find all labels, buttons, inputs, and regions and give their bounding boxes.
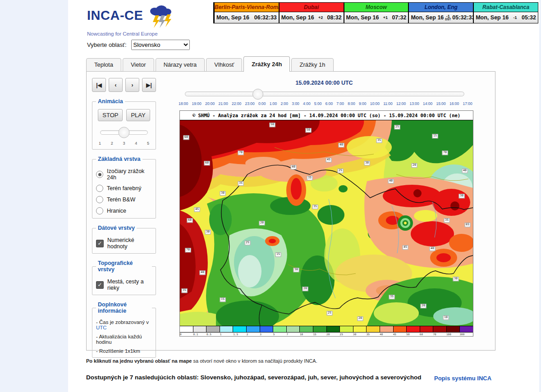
utc-link[interactable]: UTC bbox=[96, 325, 107, 330]
tab-narazy-vetra[interactable]: Nárazy vetra bbox=[156, 58, 205, 72]
time-tick: 4:00 bbox=[303, 101, 311, 106]
time-tick: 14:00 bbox=[423, 101, 432, 106]
page-content: INCA-CE Nowcasting for Central Europe Be… bbox=[68, 0, 539, 392]
speed-scale-label: 2 bbox=[111, 141, 113, 146]
option-label: Terén B&W bbox=[107, 196, 135, 203]
precip-value-label: 70 bbox=[185, 248, 191, 252]
tab-zrazky-24h[interactable]: Zrážky 24h bbox=[243, 56, 290, 72]
clock-utc-offset: -1 DST bbox=[445, 14, 451, 21]
precip-value-label: 20 bbox=[259, 221, 265, 225]
next-frame-button[interactable]: › bbox=[125, 78, 139, 92]
base-layer-option[interactable]: Terén farebný bbox=[96, 185, 152, 192]
time-tick: 15:00 bbox=[436, 101, 446, 106]
colorbar-label: 5 bbox=[273, 333, 287, 336]
colorbar-label: 30 bbox=[353, 333, 367, 336]
product-tabs: Teplota Vietor Nárazy vetra Vlhkosť Zráž… bbox=[86, 56, 335, 72]
colorbar-cell bbox=[220, 326, 234, 332]
extra-info-group: Doplnkové informácie - Čas je zobrazovan… bbox=[92, 301, 156, 358]
animation-legend: Animácia bbox=[96, 98, 125, 105]
animation-speed-slider[interactable] bbox=[100, 130, 148, 135]
time-tick: 7:00 bbox=[336, 101, 344, 106]
play-button[interactable]: PLAY bbox=[126, 109, 150, 121]
radio-icon[interactable] bbox=[96, 207, 103, 214]
colorbar-label: 15 bbox=[313, 333, 326, 336]
precip-value-label: 40 bbox=[462, 169, 468, 173]
radio-icon[interactable] bbox=[96, 196, 103, 203]
topo-layer-option[interactable]: ✓ Mestá, cesty a rieky bbox=[96, 278, 152, 291]
precip-value-label: 35 bbox=[376, 138, 382, 143]
base-layer-legend: Základná vrstva bbox=[96, 156, 142, 162]
clock-column: Berlin-Paris-Vienna-Roma Mon, Sep 16 06:… bbox=[214, 3, 279, 23]
precip-value-label: 60 bbox=[183, 135, 189, 140]
time-tick: 6:00 bbox=[326, 101, 333, 106]
sidebar: |◀ ‹ › ▶| Animácia STOP PLAY 12345 bbox=[92, 78, 156, 358]
precip-value-label: 35 bbox=[182, 288, 188, 293]
checkbox-checked-icon[interactable]: ✓ bbox=[96, 240, 104, 247]
precip-value-label: 10 bbox=[443, 315, 449, 320]
inca-description-link[interactable]: Popis systému INCA bbox=[434, 375, 491, 382]
precip-value-label: 15 bbox=[432, 134, 438, 138]
animation-speed-thumb[interactable] bbox=[119, 127, 130, 138]
map-click-note: Po kliknutí na jednu vybranú oblasť na m… bbox=[86, 358, 317, 364]
time-tick: 21:00 bbox=[219, 101, 228, 106]
colorbar-cell bbox=[407, 326, 420, 332]
first-frame-button[interactable]: |◀ bbox=[92, 78, 106, 92]
clock-time: 08:32 bbox=[327, 14, 342, 21]
colorbar-label: 7 bbox=[286, 333, 300, 336]
clock-date: Mon, Sep 16 bbox=[411, 14, 444, 21]
tab-vlhkost[interactable]: Vlhkosť bbox=[206, 58, 242, 72]
radio-icon[interactable] bbox=[96, 185, 103, 192]
time-slider[interactable] bbox=[185, 91, 464, 96]
precip-value-label: 30 bbox=[205, 230, 211, 234]
precip-value-label: 35 bbox=[444, 218, 450, 223]
precip-value-label: 60 bbox=[204, 161, 210, 165]
extra-info-legend: Doplnkové informácie bbox=[96, 301, 152, 314]
base-layer-option[interactable]: Hranice bbox=[96, 207, 152, 214]
base-layer-group: Základná vrstva Izočiary zrážok 24h Teré… bbox=[92, 156, 156, 219]
colorbar-label: 300 bbox=[459, 333, 473, 336]
speed-scale-label: 3 bbox=[123, 141, 125, 146]
info-line-update: - Aktualizácia každú hodinu bbox=[96, 334, 152, 345]
last-frame-button[interactable]: ▶| bbox=[142, 78, 156, 92]
colorbar-label: 2 bbox=[247, 333, 260, 336]
colorbar-cell bbox=[233, 326, 247, 332]
colorbar-cell bbox=[340, 326, 353, 332]
time-tick: 3:00 bbox=[292, 101, 299, 106]
colorbar-cell bbox=[394, 326, 407, 332]
colorbar-cell bbox=[273, 326, 287, 332]
time-tick: 11:00 bbox=[383, 101, 393, 106]
precip-value-label: 30 bbox=[220, 191, 226, 196]
base-layer-option[interactable]: Terén B&W bbox=[96, 196, 152, 203]
precip-value-label: 40 bbox=[291, 165, 297, 169]
clock-time-row: Mon, Sep 16 -1 05:32 bbox=[474, 12, 538, 23]
clock-column: London, Eng Mon, Sep 16 -1 DST 05:32:33 bbox=[408, 3, 473, 23]
time-slider-thumb[interactable] bbox=[252, 89, 263, 100]
stop-button[interactable]: STOP bbox=[98, 109, 123, 121]
tab-vietor[interactable]: Vietor bbox=[123, 58, 154, 72]
tab-teplota[interactable]: Teplota bbox=[86, 58, 121, 72]
frame-navigation: |◀ ‹ › ▶| bbox=[92, 78, 156, 92]
region-select[interactable]: Slovensko bbox=[131, 40, 190, 50]
precip-value-label: 40 bbox=[339, 143, 344, 147]
clock-city: Rabat-Casablanca bbox=[474, 3, 538, 12]
time-tick: 13:00 bbox=[410, 101, 419, 106]
data-layers-group: Dátové vrstvy ✓ Numerické hodnoty bbox=[92, 225, 156, 254]
radio-checked-icon[interactable] bbox=[96, 171, 103, 178]
colorbar-cell bbox=[433, 326, 447, 332]
previous-frame-button[interactable]: ‹ bbox=[109, 78, 123, 92]
data-layer-option[interactable]: ✓ Numerické hodnoty bbox=[96, 237, 152, 250]
clock-city: Berlin-Paris-Vienna-Roma bbox=[215, 3, 279, 12]
base-layer-option[interactable]: Izočiary zrážok 24h bbox=[96, 168, 152, 181]
colorbar-label: 0 bbox=[180, 333, 193, 336]
precip-value-label: 20 bbox=[358, 316, 363, 321]
world-clock-table: Berlin-Paris-Vienna-Roma Mon, Sep 16 06:… bbox=[213, 2, 538, 23]
clock-city: Dubai bbox=[280, 3, 344, 12]
precipitation-map[interactable]: © SHMÚ - Analýza zrážok za 24 hod [mm] -… bbox=[179, 110, 473, 337]
precip-value-label: 40 bbox=[430, 246, 436, 251]
colorbar-cell bbox=[206, 326, 220, 332]
checkbox-checked-icon[interactable]: ✓ bbox=[96, 281, 104, 289]
clock-time: 06:32:33 bbox=[254, 14, 277, 21]
map-image[interactable]: 6060705050404535403035456030704015352520… bbox=[180, 120, 473, 326]
precip-value-label: 50 bbox=[306, 128, 312, 132]
tab-zrazky-1h[interactable]: Zrážky 1h bbox=[291, 58, 333, 72]
